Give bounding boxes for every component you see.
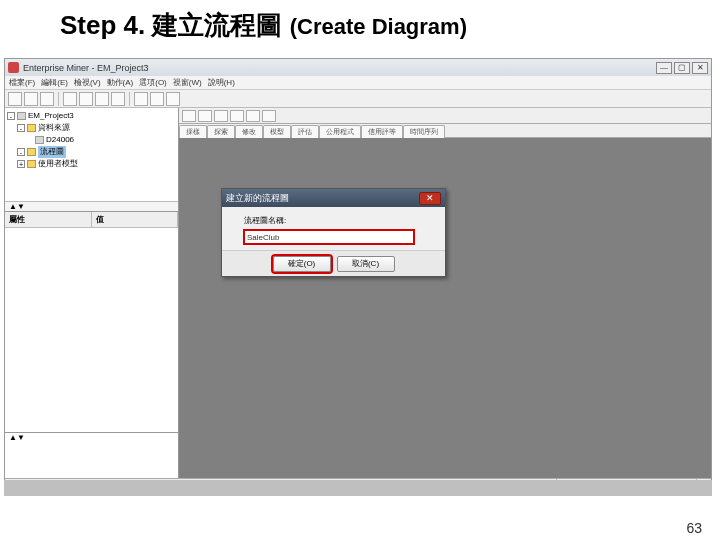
folder-icon — [27, 148, 36, 156]
node-toolbar — [179, 108, 711, 124]
toolbar-stop-icon[interactable] — [150, 92, 164, 106]
node-button-icon[interactable] — [246, 110, 260, 122]
step-prefix: Step 4. — [60, 10, 145, 40]
slide-title: Step 4. 建立流程圖 (Create Diagram) — [60, 8, 467, 43]
description-panel: ▲▼ — [5, 432, 178, 478]
collapse-arrow-icon[interactable]: ▲▼ — [5, 202, 29, 211]
titlebar[interactable]: Enterprise Miner - EM_Project3 — ▢ ✕ — [5, 59, 711, 76]
toolbar-paste-icon[interactable] — [95, 92, 109, 106]
diagram-name-label: 流程圖名稱: — [244, 215, 435, 226]
node-button-icon[interactable] — [230, 110, 244, 122]
pane-resize-handle[interactable]: ▲▼ — [5, 201, 178, 211]
folder-icon — [27, 160, 36, 168]
tab-model[interactable]: 模型 — [263, 125, 291, 138]
diagram-name-input[interactable] — [244, 230, 414, 244]
menu-edit[interactable]: 編輯(E) — [41, 77, 68, 88]
tree-root[interactable]: EM_Project3 — [28, 110, 74, 122]
tree-usermodel[interactable]: 使用者模型 — [38, 158, 78, 170]
node-button-icon[interactable] — [262, 110, 276, 122]
properties-panel: 屬性 值 — [5, 212, 178, 432]
page-number: 63 — [686, 520, 702, 536]
toolbar — [5, 90, 711, 108]
tab-explore[interactable]: 探索 — [207, 125, 235, 138]
folder-icon — [27, 124, 36, 132]
node-button-icon[interactable] — [198, 110, 212, 122]
menu-action[interactable]: 動作(A) — [107, 77, 134, 88]
menu-window[interactable]: 視窗(W) — [173, 77, 202, 88]
menu-file[interactable]: 檔案(F) — [9, 77, 35, 88]
tab-assess[interactable]: 評估 — [291, 125, 319, 138]
cancel-button[interactable]: 取消(C) — [337, 256, 395, 272]
menubar[interactable]: 檔案(F) 編輯(E) 檢視(V) 動作(A) 選項(O) 視窗(W) 說明(H… — [5, 76, 711, 90]
expand-icon[interactable]: - — [17, 124, 25, 132]
titlebar-text: Enterprise Miner - EM_Project3 — [23, 63, 149, 73]
expand-icon[interactable]: - — [7, 112, 15, 120]
minimize-button[interactable]: — — [656, 62, 672, 74]
main-body: -EM_Project3 -資料來源 D24006 -流程圖 +使用者模型 ▲▼… — [5, 108, 711, 478]
ok-button[interactable]: 確定(O) — [273, 256, 331, 272]
prop-col-name: 屬性 — [5, 212, 92, 227]
tree-dataset[interactable]: D24006 — [46, 134, 74, 146]
tree-datasource[interactable]: 資料來源 — [38, 122, 70, 134]
project-tree[interactable]: -EM_Project3 -資料來源 D24006 -流程圖 +使用者模型 ▲▼ — [5, 108, 178, 212]
tree-diagram-selected[interactable]: 流程圖 — [38, 146, 66, 158]
toolbar-new-icon[interactable] — [8, 92, 22, 106]
toolbar-save-icon[interactable] — [40, 92, 54, 106]
tab-timeseries[interactable]: 時間序列 — [403, 125, 445, 138]
menu-view[interactable]: 檢視(V) — [74, 77, 101, 88]
toolbar-separator — [129, 92, 130, 106]
app-icon — [8, 62, 19, 73]
category-tabs: 採樣 探索 修改 模型 評估 公用程式 信用評等 時間序列 — [179, 124, 711, 138]
app-window: Enterprise Miner - EM_Project3 — ▢ ✕ 檔案(… — [4, 58, 712, 493]
diagram-canvas[interactable]: 建立新的流程圖 ✕ 流程圖名稱: 確定(O) 取消(C) — [179, 138, 711, 478]
close-button[interactable]: ✕ — [692, 62, 708, 74]
menu-help[interactable]: 說明(H) — [208, 77, 235, 88]
create-diagram-dialog: 建立新的流程圖 ✕ 流程圖名稱: 確定(O) 取消(C) — [221, 188, 446, 277]
tab-modify[interactable]: 修改 — [235, 125, 263, 138]
node-button-icon[interactable] — [182, 110, 196, 122]
node-button-icon[interactable] — [214, 110, 228, 122]
toolbar-separator — [58, 92, 59, 106]
left-column: -EM_Project3 -資料來源 D24006 -流程圖 +使用者模型 ▲▼… — [5, 108, 179, 478]
tab-sample[interactable]: 採樣 — [179, 125, 207, 138]
slide-footer-bar — [4, 480, 712, 496]
title-zh: 建立流程圖 — [152, 11, 282, 40]
toolbar-run-icon[interactable] — [134, 92, 148, 106]
tab-credit[interactable]: 信用評等 — [361, 125, 403, 138]
dialog-title-text: 建立新的流程圖 — [226, 192, 289, 205]
toolbar-delete-icon[interactable] — [111, 92, 125, 106]
toolbar-copy-icon[interactable] — [79, 92, 93, 106]
dialog-titlebar[interactable]: 建立新的流程圖 ✕ — [222, 189, 445, 207]
table-icon — [35, 136, 44, 144]
title-en: (Create Diagram) — [290, 14, 467, 39]
dialog-body: 流程圖名稱: — [222, 207, 445, 250]
expand-icon[interactable]: + — [17, 160, 25, 168]
toolbar-open-icon[interactable] — [24, 92, 38, 106]
prop-col-value: 值 — [92, 212, 179, 227]
dialog-close-button[interactable]: ✕ — [419, 192, 441, 205]
menu-options[interactable]: 選項(O) — [139, 77, 167, 88]
expand-icon[interactable]: - — [17, 148, 25, 156]
properties-header: 屬性 值 — [5, 212, 178, 228]
project-icon — [17, 112, 26, 120]
maximize-button[interactable]: ▢ — [674, 62, 690, 74]
toolbar-refresh-icon[interactable] — [166, 92, 180, 106]
tab-utility[interactable]: 公用程式 — [319, 125, 361, 138]
right-column: 採樣 探索 修改 模型 評估 公用程式 信用評等 時間序列 建立新的流程圖 ✕ — [179, 108, 711, 478]
dialog-button-row: 確定(O) 取消(C) — [222, 250, 445, 276]
collapse-arrow-icon[interactable]: ▲▼ — [5, 433, 29, 442]
toolbar-cut-icon[interactable] — [63, 92, 77, 106]
